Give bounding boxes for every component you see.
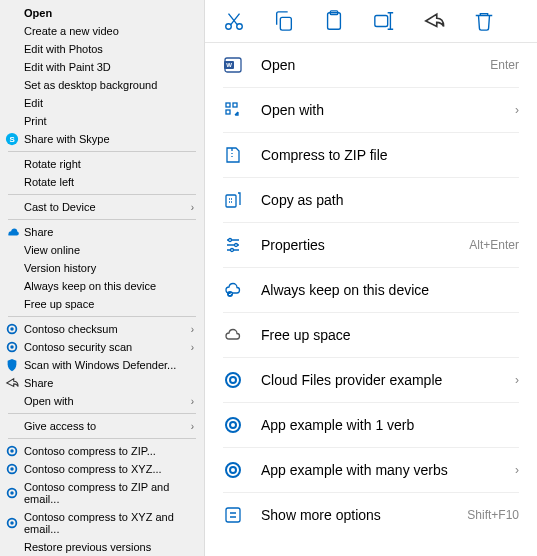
menu-label: Share with Skype (24, 133, 110, 145)
menu-label: Contoso compress to XYZ... (24, 463, 162, 475)
svg-rect-25 (226, 110, 230, 114)
legacy-context-menu: OpenCreate a new videoEdit with PhotosEd… (0, 0, 205, 556)
menu-item[interactable]: Copy as path (205, 178, 537, 222)
menu-item[interactable]: Create a new video (0, 22, 204, 40)
rename-button[interactable] (373, 10, 395, 32)
svg-rect-16 (280, 17, 291, 30)
menu-item[interactable]: Print (0, 112, 204, 130)
menu-label: Version history (24, 262, 96, 274)
svg-point-27 (229, 239, 232, 242)
menu-label: Print (24, 115, 47, 127)
menu-label: Contoso compress to ZIP and email... (24, 481, 194, 505)
svg-rect-19 (375, 16, 388, 27)
menu-label: Edit (24, 97, 43, 109)
svg-point-13 (10, 521, 14, 525)
separator (8, 194, 196, 195)
menu-label: Set as desktop background (24, 79, 157, 91)
menu-label: Show more options (261, 507, 449, 523)
menu-label: Scan with Windows Defender... (24, 359, 176, 371)
menu-item[interactable]: Always keep on this device (0, 277, 204, 295)
separator (8, 316, 196, 317)
menu-label: Cloud Files provider example (261, 372, 497, 388)
menu-item[interactable]: SShare with Skype (0, 130, 204, 148)
circle-icon (5, 444, 19, 458)
menu-item[interactable]: Cast to Device› (0, 198, 204, 216)
menu-label: Open (24, 7, 52, 19)
menu-item[interactable]: App example with many verbs› (205, 448, 537, 492)
shortcut-label: Alt+Enter (469, 238, 519, 252)
svg-text:W: W (226, 62, 232, 68)
share-button[interactable] (423, 10, 445, 32)
properties-icon (223, 235, 243, 255)
menu-item[interactable]: Contoso checksum› (0, 320, 204, 338)
shield-icon (5, 358, 19, 372)
menu-item[interactable]: View online (0, 241, 204, 259)
delete-button[interactable] (473, 10, 495, 32)
menu-item[interactable]: Edit (0, 94, 204, 112)
menu-item[interactable]: Share (0, 374, 204, 392)
menu-item[interactable]: Edit with Paint 3D (0, 58, 204, 76)
zip-icon (223, 145, 243, 165)
menu-label: Always keep on this device (261, 282, 519, 298)
chevron-right-icon: › (191, 342, 194, 353)
circle-icon (5, 340, 19, 354)
menu-item[interactable]: Edit with Photos (0, 40, 204, 58)
menu-label: Contoso security scan (24, 341, 132, 353)
separator (8, 219, 196, 220)
more-icon (223, 505, 243, 525)
menu-item[interactable]: Contoso compress to XYZ... (0, 460, 204, 478)
menu-item[interactable]: Open with› (0, 392, 204, 410)
menu-item[interactable]: Give access to› (0, 417, 204, 435)
menu-item[interactable]: Show more optionsShift+F10 (205, 493, 537, 537)
menu-item[interactable]: Rotate left (0, 173, 204, 191)
menu-label: Share (24, 377, 53, 389)
menu-item[interactable]: Restore previous versions (0, 538, 204, 556)
cut-button[interactable] (223, 10, 245, 32)
openwith-icon (223, 100, 243, 120)
menu-label: Free up space (24, 298, 94, 310)
svg-rect-23 (226, 103, 230, 107)
menu-item[interactable]: Free up space (0, 295, 204, 313)
menu-item[interactable]: Contoso compress to ZIP and email... (0, 478, 204, 508)
svg-point-32 (230, 377, 236, 383)
bluecircle-icon (223, 370, 243, 390)
menu-label: Compress to ZIP file (261, 147, 519, 163)
menu-item[interactable]: App example with 1 verb (205, 403, 537, 447)
chevron-right-icon: › (515, 463, 519, 477)
svg-point-11 (10, 491, 14, 495)
menu-item[interactable]: PropertiesAlt+Enter (205, 223, 537, 267)
menu-label: Give access to (24, 420, 96, 432)
menu-item[interactable]: Scan with Windows Defender... (0, 356, 204, 374)
menu-item[interactable]: Set as desktop background (0, 76, 204, 94)
menu-item[interactable]: Free up space (205, 313, 537, 357)
bluecircle-icon (223, 415, 243, 435)
svg-point-28 (235, 244, 238, 247)
menu-item[interactable]: Contoso compress to XYZ and email... (0, 508, 204, 538)
menu-item[interactable]: Compress to ZIP file (205, 133, 537, 177)
menu-item[interactable]: Contoso security scan› (0, 338, 204, 356)
menu-item[interactable]: Cloud Files provider example› (205, 358, 537, 402)
svg-point-36 (230, 467, 236, 473)
chevron-right-icon: › (191, 324, 194, 335)
chevron-right-icon: › (191, 421, 194, 432)
menu-item[interactable]: Open (0, 4, 204, 22)
command-bar (205, 0, 537, 43)
share-icon (5, 376, 19, 390)
chevron-right-icon: › (515, 103, 519, 117)
menu-item[interactable]: Contoso compress to ZIP... (0, 442, 204, 460)
chevron-right-icon: › (191, 202, 194, 213)
menu-item[interactable]: Version history (0, 259, 204, 277)
skype-icon: S (5, 132, 19, 146)
menu-item[interactable]: Share (0, 223, 204, 241)
menu-item[interactable]: WOpenEnter (205, 43, 537, 87)
svg-point-29 (231, 249, 234, 252)
menu-label: Edit with Photos (24, 43, 103, 55)
svg-point-15 (237, 24, 243, 30)
menu-item[interactable]: Always keep on this device (205, 268, 537, 312)
menu-label: Free up space (261, 327, 519, 343)
paste-button[interactable] (323, 10, 345, 32)
copy-button[interactable] (273, 10, 295, 32)
circle-icon (5, 322, 19, 336)
menu-item[interactable]: Rotate right (0, 155, 204, 173)
menu-item[interactable]: Open with› (205, 88, 537, 132)
